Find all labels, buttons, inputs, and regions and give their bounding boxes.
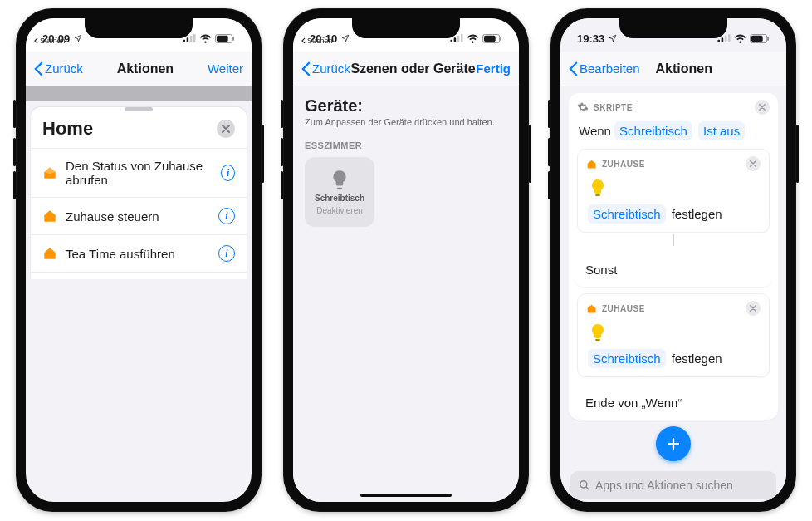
svg-rect-14 — [718, 40, 721, 42]
plus-icon — [666, 436, 681, 451]
notch — [619, 18, 727, 38]
svg-rect-20 — [767, 37, 769, 41]
battery-icon — [750, 34, 770, 43]
nav-title: Aktionen — [117, 61, 174, 76]
info-button[interactable]: i — [218, 245, 235, 262]
battery-icon — [482, 34, 502, 43]
next-button[interactable]: Weiter — [208, 61, 243, 76]
search-input[interactable]: Apps und Aktionen suchen — [570, 471, 776, 499]
phone-3: 19:33 Bearbeiten Aktionen — [550, 8, 796, 512]
svg-rect-13 — [500, 37, 501, 41]
script-card[interactable]: SKRIPTE Wenn Schreibtisch Ist aus — [569, 93, 778, 420]
card-header: SKRIPTE — [594, 103, 633, 112]
close-sheet-button[interactable] — [217, 120, 235, 138]
if-condition[interactable]: Ist aus — [698, 121, 745, 140]
nav-bar: Zurück Aktionen Weiter — [26, 52, 252, 86]
location-icon — [609, 34, 617, 42]
svg-rect-22 — [595, 339, 600, 341]
svg-point-23 — [580, 481, 587, 488]
chevron-left-icon — [569, 61, 578, 76]
add-action-button[interactable] — [656, 426, 691, 461]
home-indicator[interactable] — [360, 494, 452, 497]
remove-card-button[interactable] — [746, 156, 761, 171]
svg-rect-19 — [751, 35, 763, 41]
back-to-app[interactable]: Suchen — [301, 37, 333, 45]
home-action-card[interactable]: ZUHAUSE Schreibtisch festlegen — [577, 293, 770, 377]
list-item[interactable]: Zuhause steuern i — [31, 197, 247, 234]
back-button[interactable]: Zurück — [34, 61, 83, 76]
search-icon — [579, 479, 590, 491]
page-subheading: Zum Anpassen der Geräte drücken und halt… — [305, 117, 507, 127]
page-heading: Geräte: — [305, 96, 507, 116]
home-icon — [42, 246, 57, 261]
device-state: Deaktivieren — [316, 206, 363, 215]
list-item[interactable]: Tea Time ausführen i — [31, 234, 247, 273]
screen: 20:10 Suchen Zurück Szenen oder Geräte F… — [293, 18, 519, 502]
card-header: ZUHAUSE — [602, 304, 645, 313]
content: Geräte: Zum Anpassen der Geräte drücken … — [293, 86, 519, 502]
svg-rect-12 — [484, 35, 496, 41]
close-icon — [222, 125, 230, 133]
action-list: Den Status von Zuhause abrufen i Zuhause… — [31, 148, 247, 273]
info-button[interactable]: i — [218, 208, 235, 224]
svg-rect-3 — [193, 34, 196, 42]
back-button[interactable]: Bearbeiten — [569, 61, 640, 76]
nav-title: Szenen oder Geräte — [350, 61, 475, 76]
chevron-left-icon — [34, 37, 38, 44]
svg-rect-21 — [595, 194, 600, 196]
battery-icon — [215, 34, 235, 43]
search-placeholder: Apps und Aktionen suchen — [595, 479, 733, 492]
svg-rect-7 — [451, 40, 453, 42]
list-item[interactable]: Den Status von Zuhause abrufen i — [31, 148, 247, 197]
bulb-icon — [588, 178, 608, 198]
if-variable[interactable]: Schreibtisch — [614, 121, 692, 140]
bulb-icon — [588, 322, 608, 342]
close-icon — [750, 305, 756, 312]
info-button[interactable]: i — [221, 165, 235, 181]
notch — [352, 18, 460, 38]
section-label: ESSZIMMER — [305, 140, 507, 150]
device-tile[interactable]: Schreibtisch Deaktivieren — [305, 157, 374, 227]
chevron-left-icon — [301, 61, 311, 76]
close-icon — [750, 160, 756, 167]
remove-card-button[interactable] — [755, 100, 770, 115]
sheet-grabber[interactable] — [125, 107, 153, 111]
actions-sheet: Home Den Status von Zuhause abrufen i Zu… — [31, 107, 247, 279]
wifi-icon — [199, 34, 212, 43]
list-item-label: Zuhause steuern — [66, 209, 159, 224]
if-label: Wenn — [579, 124, 611, 138]
svg-rect-16 — [725, 36, 727, 42]
notch — [85, 18, 193, 38]
nav-bar: Bearbeiten Aktionen — [560, 52, 786, 86]
phone-1: 20:09 Suchen Zurück Aktionen Weiter — [16, 8, 262, 512]
back-button[interactable]: Zurück — [301, 61, 350, 76]
home-action-card[interactable]: ZUHAUSE Schreibtisch festlegen — [577, 149, 770, 233]
nav-title: Aktionen — [656, 61, 712, 76]
sheet-title: Home — [42, 118, 93, 140]
connector-line — [673, 234, 674, 246]
home-icon — [586, 303, 597, 314]
remove-card-button[interactable] — [746, 301, 761, 316]
endif-row[interactable]: Ende von „Wenn“ — [574, 386, 773, 420]
svg-rect-9 — [457, 36, 460, 42]
close-icon — [759, 104, 766, 111]
done-button[interactable]: Fertig — [476, 61, 511, 76]
gear-icon — [577, 101, 589, 113]
action-target[interactable]: Schreibtisch — [588, 349, 666, 368]
screen: 20:09 Suchen Zurück Aktionen Weiter — [26, 18, 252, 502]
wifi-icon — [467, 34, 479, 43]
screen: 19:33 Bearbeiten Aktionen — [560, 18, 786, 502]
location-icon — [341, 34, 350, 42]
home-icon — [42, 165, 57, 180]
svg-rect-8 — [454, 37, 457, 42]
svg-rect-5 — [217, 35, 228, 41]
back-to-app[interactable]: Suchen — [34, 37, 66, 45]
home-icon — [586, 159, 597, 170]
svg-rect-17 — [728, 34, 731, 42]
else-row[interactable]: Sonst — [574, 253, 773, 287]
svg-rect-15 — [722, 37, 724, 42]
bulb-icon — [329, 169, 350, 190]
home-icon — [42, 209, 57, 224]
nav-bar: Zurück Szenen oder Geräte Fertig — [293, 52, 519, 86]
action-target[interactable]: Schreibtisch — [588, 204, 666, 224]
